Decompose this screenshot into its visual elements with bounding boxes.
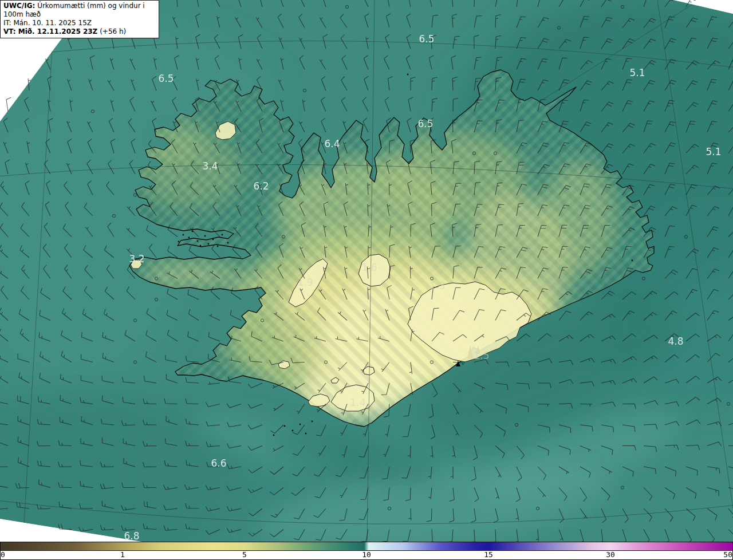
island-dot (178, 241, 180, 243)
title-line-init-time: IT: Mán. 10. 11. 2025 15Z (3, 19, 156, 27)
island-dot (299, 424, 301, 425)
map-value-label: 4.8 (668, 336, 683, 347)
colorbar-tick: 1 (120, 550, 125, 559)
island-dot (284, 425, 286, 427)
map-value-label: 6.5 (417, 118, 433, 129)
weather-map: 6.56.55.16.56.45.13.46.23.24.86.66.81.91… (0, 0, 733, 543)
map-value-label: 5.1 (629, 67, 645, 78)
map-value-label: 3.4 (202, 160, 218, 172)
colorbar-tick: 5 (242, 550, 247, 559)
map-value-label: 6.4 (324, 138, 340, 149)
colorbar: 01510153050 (0, 542, 733, 560)
map-value-label: 1.4 (350, 397, 365, 408)
island-dot (188, 237, 190, 239)
map-value-label: 1.9 (297, 277, 313, 288)
colorbar-tick-labels: 01510153050 (0, 551, 733, 560)
weather-map-screenshot: 6.56.55.16.56.45.13.46.23.24.86.66.81.91… (0, 0, 733, 560)
colorbar-tick: 50 (723, 550, 732, 559)
map-value-label: 1.5 (474, 350, 489, 361)
map-value-label: 1.6 (361, 262, 377, 273)
title-box: UWC/IG: Úrkomumætti (mm) og vindur i 100… (0, 0, 159, 38)
island-dot (273, 435, 275, 436)
island-dot (227, 242, 229, 244)
colorbar-gradient (0, 542, 733, 551)
island-dot (197, 240, 199, 242)
map-value-label: 3.2 (129, 253, 144, 265)
colorbar-tick: 0 (1, 550, 5, 559)
island-dot (292, 430, 294, 432)
map-value-label: 6.8 (124, 530, 139, 542)
map-value-label: 6.5 (158, 73, 174, 84)
product-id: UWC/IG: (3, 2, 35, 10)
island-dot (305, 433, 307, 435)
island-dot (632, 260, 633, 262)
colorbar-tick: 15 (484, 550, 493, 559)
island-dot (222, 234, 223, 236)
island-dot (212, 239, 214, 240)
island-dot (217, 246, 219, 247)
map-value-label: 1.3 (429, 280, 445, 291)
map-value-label: 6.5 (419, 33, 434, 45)
island-dot (208, 243, 210, 245)
island-dot (312, 421, 313, 423)
island-dot (407, 74, 409, 76)
map-value-label: 6.2 (253, 180, 269, 192)
island-dot (200, 245, 202, 247)
colorbar-tick: 30 (606, 550, 615, 559)
lead-time: (+56 h) (100, 27, 126, 36)
map-value-label: 6.6 (211, 458, 226, 469)
title-line-valid-time: VT: Mið. 12.11.2025 23Z (+56 h) (3, 27, 156, 36)
map-value-label: 5.1 (706, 146, 721, 157)
island-dot (183, 234, 184, 236)
island-dot (204, 235, 206, 237)
colorbar-tick: 10 (362, 550, 371, 559)
valid-time: VT: Mið. 12.11.2025 23Z (3, 27, 97, 36)
title-line-product: UWC/IG: Úrkomumætti (mm) og vindur i 100… (3, 2, 156, 19)
